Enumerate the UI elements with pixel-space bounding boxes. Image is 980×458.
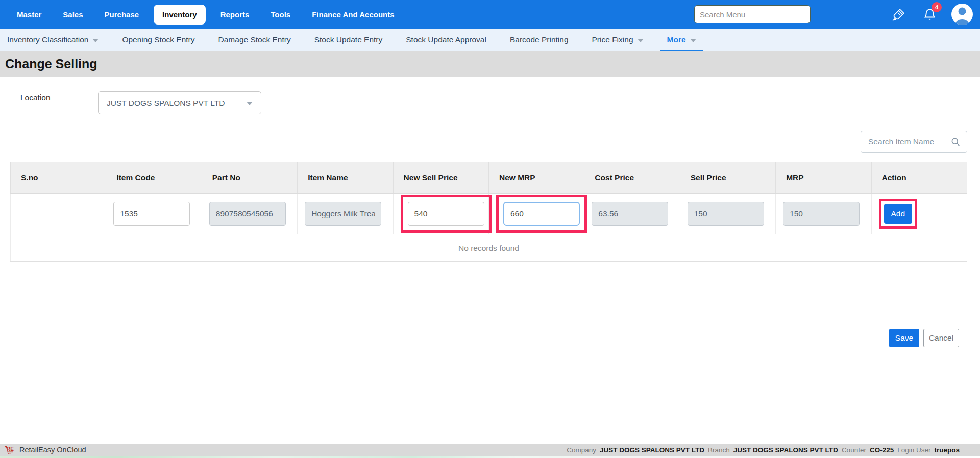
branch-label: Branch	[708, 446, 730, 454]
change-selling-table: S.no Item Code Part No Item Name New Sel…	[10, 162, 967, 262]
subnav-label: Stock Update Approval	[406, 35, 486, 44]
subnav-stock-update-approval[interactable]: Stock Update Approval	[406, 29, 486, 51]
add-button[interactable]: Add	[884, 204, 913, 224]
sell-price-input	[688, 202, 764, 226]
subnav-label: Opening Stock Entry	[122, 35, 194, 44]
entry-row: Add	[11, 194, 967, 234]
subnav-barcode-printing[interactable]: Barcode Printing	[510, 29, 569, 51]
no-records-text: No records found	[11, 234, 967, 262]
chevron-down-icon	[247, 102, 253, 105]
company-label: Company	[567, 446, 596, 454]
subnav-label: Price Fixing	[592, 35, 633, 44]
header-sno: S.no	[11, 162, 106, 194]
item-name-cell	[298, 194, 393, 234]
company-value: JUST DOGS SPALONS PVT LTD	[600, 446, 704, 454]
subnav-more[interactable]: More	[667, 29, 696, 51]
retaileasy-logo-icon: RE	[3, 445, 15, 454]
item-code-input[interactable]	[113, 202, 190, 226]
mrp-input	[783, 202, 860, 226]
subnav-opening-stock-entry[interactable]: Opening Stock Entry	[122, 29, 194, 51]
item-name-input	[305, 202, 381, 226]
topnav-right-tools: 4	[694, 4, 980, 25]
menu-item-finance-and-accounts[interactable]: Finance And Accounts	[305, 6, 401, 23]
login-user-value: truepos	[934, 446, 960, 454]
theme-brush-icon[interactable]	[890, 6, 908, 23]
subnav-label: Inventory Classification	[7, 35, 88, 44]
header-item-name: Item Name	[298, 162, 393, 194]
subnav-label: Damage Stock Entry	[218, 35, 291, 44]
part-no-cell	[202, 194, 297, 234]
menu-item-inventory[interactable]: Inventory	[154, 5, 206, 25]
location-selected-value: JUST DOGS SPALONS PVT LTD	[107, 99, 247, 108]
new-sell-price-input[interactable]	[408, 202, 484, 226]
save-button[interactable]: Save	[889, 329, 919, 347]
notification-bell-icon[interactable]: 4	[921, 6, 938, 23]
location-dropdown[interactable]: JUST DOGS SPALONS PVT LTD	[98, 91, 261, 114]
menu-item-master[interactable]: Master	[10, 6, 48, 23]
header-part-no: Part No	[202, 162, 297, 194]
search-item-name-input[interactable]	[867, 137, 950, 147]
footer-brand-area: RE RetailEasy OnCloud	[0, 445, 86, 454]
item-search-box	[861, 131, 967, 153]
search-icon[interactable]	[950, 137, 961, 147]
sno-cell	[11, 194, 106, 234]
footer-session-info: Company JUST DOGS SPALONS PVT LTD Branch…	[567, 446, 980, 454]
cancel-button[interactable]: Cancel	[923, 329, 959, 347]
subnav-damage-stock-entry[interactable]: Damage Stock Entry	[218, 29, 291, 51]
main-menu: Master Sales Purchase Inventory Reports …	[0, 5, 401, 25]
sell-price-cell	[680, 194, 775, 234]
table-header-row: S.no Item Code Part No Item Name New Sel…	[11, 162, 967, 194]
subnav-stock-update-entry[interactable]: Stock Update Entry	[314, 29, 383, 51]
header-new-sell-price: New Sell Price	[393, 162, 488, 194]
part-no-input	[209, 202, 286, 226]
new-mrp-input[interactable]	[503, 202, 580, 226]
empty-state-row: No records found	[11, 234, 967, 262]
annotation-highlight-new-mrp	[496, 195, 587, 233]
inventory-sub-navigation: Inventory Classification Opening Stock E…	[0, 29, 980, 51]
counter-value: CO-225	[870, 446, 894, 454]
user-avatar[interactable]	[951, 4, 973, 25]
section-divider	[0, 124, 980, 124]
status-footer: RE RetailEasy OnCloud Company JUST DOGS …	[0, 444, 980, 456]
location-label: Location	[20, 93, 51, 102]
search-menu-input[interactable]	[694, 5, 811, 23]
header-new-mrp: New MRP	[488, 162, 584, 194]
subnav-label: More	[667, 35, 686, 44]
header-mrp: MRP	[776, 162, 871, 194]
menu-item-sales[interactable]: Sales	[56, 6, 89, 23]
header-sell-price: Sell Price	[680, 162, 775, 194]
decorative-bottom-strip	[0, 456, 980, 458]
branch-value: JUST DOGS SPALONS PVT LTD	[733, 446, 838, 454]
menu-item-tools[interactable]: Tools	[264, 6, 297, 23]
page-title-bar: Change Selling	[0, 51, 980, 77]
chevron-down-icon	[638, 39, 644, 42]
item-code-cell	[106, 194, 202, 234]
cost-price-input	[592, 202, 668, 226]
counter-label: Counter	[842, 446, 866, 454]
cost-price-cell	[584, 194, 680, 234]
chevron-down-icon	[690, 39, 696, 42]
subnav-inventory-classification[interactable]: Inventory Classification	[7, 29, 99, 51]
annotation-highlight-new-sell-price	[401, 195, 492, 233]
top-navigation-bar: Master Sales Purchase Inventory Reports …	[0, 0, 980, 29]
subnav-price-fixing[interactable]: Price Fixing	[592, 29, 644, 51]
subnav-label: Barcode Printing	[510, 35, 569, 44]
page-title: Change Selling	[5, 57, 97, 71]
menu-item-reports[interactable]: Reports	[214, 6, 256, 23]
subnav-label: Stock Update Entry	[314, 35, 383, 44]
header-item-code: Item Code	[106, 162, 202, 194]
brand-name: RetailEasy OnCloud	[19, 446, 86, 454]
action-cell: Add	[871, 194, 967, 234]
annotation-highlight-add-button: Add	[879, 199, 918, 229]
login-user-label: Login User	[897, 446, 930, 454]
header-cost-price: Cost Price	[584, 162, 680, 194]
mrp-cell	[776, 194, 871, 234]
svg-text:RE: RE	[7, 446, 14, 452]
new-sell-price-cell	[393, 194, 488, 234]
chevron-down-icon	[92, 39, 99, 42]
menu-item-purchase[interactable]: Purchase	[98, 6, 146, 23]
new-mrp-cell	[488, 194, 584, 234]
notification-count-badge: 4	[932, 2, 942, 12]
header-action: Action	[871, 162, 967, 194]
